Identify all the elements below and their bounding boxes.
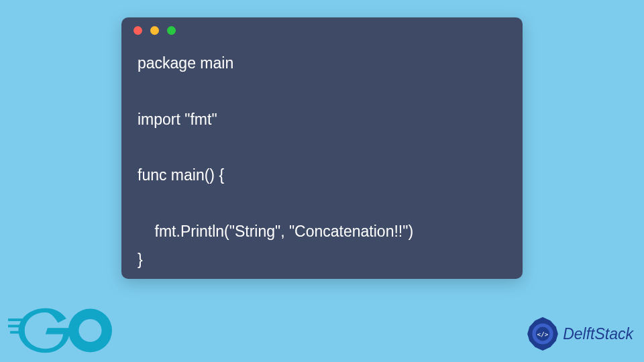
delftstack-wordmark: DelftStack	[563, 325, 633, 343]
svg-point-4	[78, 319, 101, 342]
window-titlebar	[121, 17, 523, 43]
go-logo-icon	[8, 307, 112, 354]
code-line: package main	[138, 54, 233, 72]
delftstack-mark-icon: </>	[525, 316, 560, 351]
code-line: import "fmt"	[138, 111, 217, 128]
code-line: fmt.Println("String", "Concatenation!!")	[138, 223, 413, 240]
code-block: package main import "fmt" func main() { …	[121, 43, 523, 288]
delftstack-logo: </> DelftStack	[525, 316, 633, 351]
code-window: package main import "fmt" func main() { …	[121, 17, 523, 279]
traffic-light-zoom-icon	[167, 26, 176, 35]
traffic-light-minimize-icon	[150, 26, 159, 35]
code-line: func main() {	[138, 166, 224, 184]
svg-text:</>: </>	[537, 330, 549, 338]
traffic-light-close-icon	[133, 26, 142, 35]
svg-rect-0	[8, 318, 23, 321]
code-line: }	[138, 251, 143, 268]
